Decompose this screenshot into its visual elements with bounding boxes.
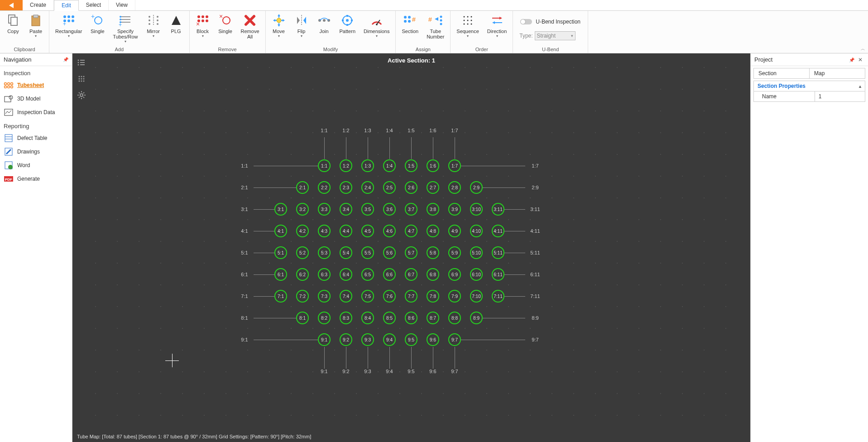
tab-create[interactable]: Create — [23, 0, 54, 10]
ribbon-collapse-button[interactable]: ︿ — [861, 46, 865, 52]
tube[interactable]: 5:9 — [448, 246, 461, 259]
copy-button[interactable]: Copy — [3, 12, 24, 35]
tube[interactable]: 8:8 — [448, 312, 461, 324]
section-properties-header[interactable]: Section Properties ▴ — [753, 81, 865, 91]
tube[interactable]: 8:6 — [405, 312, 417, 324]
tube[interactable]: 6:5 — [361, 268, 374, 281]
tube[interactable]: 5:4 — [340, 246, 352, 259]
tube[interactable]: 5:2 — [296, 246, 309, 259]
tube[interactable]: 3:8 — [427, 203, 439, 216]
tube[interactable]: 3:1 — [274, 203, 287, 216]
tube[interactable]: 7:11 — [492, 290, 504, 303]
tube[interactable]: 4:5 — [361, 225, 374, 237]
nav-item-word[interactable]: Word — [0, 159, 72, 172]
tube[interactable]: 8:4 — [361, 312, 374, 324]
tube[interactable]: 6:4 — [340, 268, 352, 281]
project-close-button[interactable]: ✕ — [856, 57, 864, 63]
tube[interactable]: 4:11 — [492, 225, 504, 237]
tube[interactable]: 3:7 — [405, 203, 417, 216]
tube[interactable]: 6:9 — [448, 268, 461, 281]
tube[interactable]: 9:7 — [448, 333, 461, 346]
join-button[interactable]: Join — [314, 12, 335, 35]
tube[interactable]: 3:9 — [448, 203, 461, 216]
tube[interactable]: 7:7 — [405, 290, 417, 303]
nav-pin-button[interactable]: 📌 — [63, 57, 68, 62]
nav-item-tubesheet[interactable]: Tubesheet — [0, 78, 72, 92]
tube[interactable]: 7:2 — [296, 290, 309, 303]
nav-item-generate[interactable]: PDF Generate — [0, 172, 72, 186]
tube[interactable]: 5:3 — [318, 246, 331, 259]
tube[interactable]: 2:2 — [318, 181, 331, 194]
tube[interactable]: 4:8 — [427, 225, 439, 237]
tube[interactable]: 9:2 — [340, 333, 352, 346]
dimensions-button[interactable]: Dimensions — [360, 12, 393, 39]
nav-item-defect-table[interactable]: Defect Table — [0, 131, 72, 145]
tube[interactable]: 6:10 — [470, 268, 483, 281]
move-button[interactable]: Move — [269, 12, 289, 39]
add-single-button[interactable]: + Single — [87, 12, 108, 35]
tube[interactable]: 9:1 — [318, 333, 331, 346]
tube[interactable]: 2:1 — [296, 181, 309, 194]
remove-single-button[interactable]: × Single — [215, 12, 236, 35]
tube[interactable]: 6:7 — [405, 268, 417, 281]
tube[interactable]: 7:6 — [383, 290, 396, 303]
tube[interactable]: 6:11 — [492, 268, 504, 281]
specify-tubes-row-button[interactable]: + Specify Tubes/Row — [110, 12, 141, 45]
remove-all-button[interactable]: Remove All — [238, 12, 263, 41]
tube[interactable]: 4:10 — [470, 225, 483, 237]
tube[interactable]: 6:2 — [296, 268, 309, 281]
tube[interactable]: 6:6 — [383, 268, 396, 281]
tube[interactable]: 2:5 — [383, 181, 396, 194]
tube[interactable]: 2:9 — [470, 181, 483, 194]
tube[interactable]: 4:6 — [383, 225, 396, 237]
tube[interactable]: 1:3 — [361, 159, 374, 172]
tube[interactable]: 3:10 — [470, 203, 483, 216]
plg-button[interactable]: PLG — [166, 12, 187, 35]
project-tab-map[interactable]: Map — [810, 68, 865, 78]
project-tab-section[interactable]: Section — [754, 68, 810, 78]
add-rectangular-button[interactable]: + Rectangular — [52, 12, 85, 39]
tube[interactable]: 1:4 — [383, 159, 396, 172]
project-pin-button[interactable]: 📌 — [849, 58, 854, 62]
tube[interactable]: 2:7 — [427, 181, 439, 194]
tube[interactable]: 7:5 — [361, 290, 374, 303]
nav-item-3d-model[interactable]: 3D Model — [0, 92, 72, 106]
paste-button[interactable]: Paste — [25, 12, 46, 39]
tab-select[interactable]: Select — [79, 0, 109, 10]
app-logo[interactable] — [0, 0, 23, 10]
tab-edit[interactable]: Edit — [54, 0, 79, 11]
tube[interactable]: 1:6 — [427, 159, 439, 172]
tube[interactable]: 4:9 — [448, 225, 461, 237]
tube[interactable]: 2:6 — [405, 181, 417, 194]
tab-view[interactable]: View — [109, 0, 135, 10]
tube[interactable]: 1:7 — [448, 159, 461, 172]
tube[interactable]: 8:1 — [296, 312, 309, 324]
tube[interactable]: 1:1 — [318, 159, 331, 172]
nav-item-drawings[interactable]: Drawings — [0, 145, 72, 159]
ubend-inspection-toggle[interactable]: U-Bend Inspection — [516, 16, 585, 28]
tube[interactable]: 8:2 — [318, 312, 331, 324]
pattern-button[interactable]: Pattern — [336, 12, 359, 35]
tube[interactable]: 5:10 — [470, 246, 483, 259]
tube[interactable]: 9:4 — [383, 333, 396, 346]
tube[interactable]: 7:9 — [448, 290, 461, 303]
tube[interactable]: 3:6 — [383, 203, 396, 216]
tube[interactable]: 3:4 — [340, 203, 352, 216]
tube[interactable]: 5:7 — [405, 246, 417, 259]
mirror-button[interactable]: Mirror — [143, 12, 164, 39]
tube[interactable]: 9:3 — [361, 333, 374, 346]
tube[interactable]: 7:8 — [427, 290, 439, 303]
tube[interactable]: 8:7 — [427, 312, 439, 324]
tube[interactable]: 7:10 — [470, 290, 483, 303]
tube[interactable]: 5:8 — [427, 246, 439, 259]
assign-tube-number-button[interactable]: # Tube Number — [423, 12, 447, 41]
tube[interactable]: 4:4 — [340, 225, 352, 237]
remove-block-button[interactable]: × Block — [192, 12, 213, 39]
tube[interactable]: 5:1 — [274, 246, 287, 259]
tube[interactable]: 1:5 — [405, 159, 417, 172]
tubesheet-canvas[interactable]: Active Section: 1 1:11:21:31:41:51:61:79… — [72, 53, 750, 442]
tube[interactable]: 2:3 — [340, 181, 352, 194]
tube[interactable]: 4:1 — [274, 225, 287, 237]
tube[interactable]: 5:5 — [361, 246, 374, 259]
tube[interactable]: 9:6 — [427, 333, 439, 346]
